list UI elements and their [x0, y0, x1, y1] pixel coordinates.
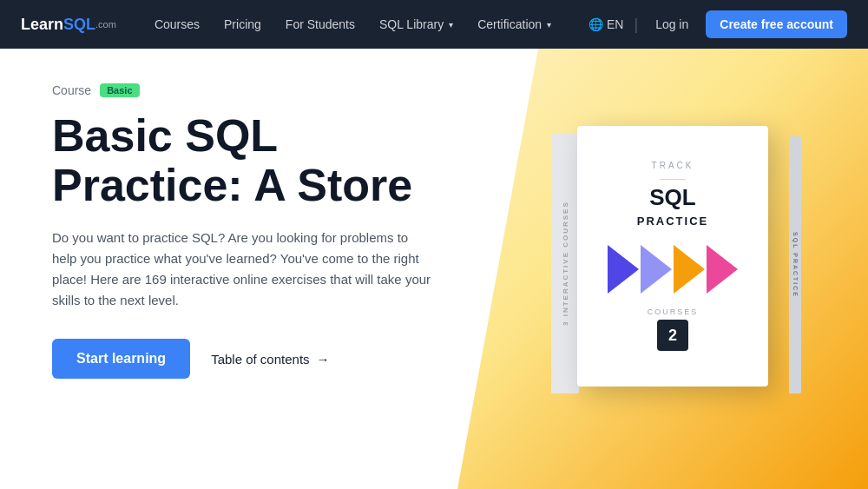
hero-book-visual: 3 INTERACTIVE COURSES TRACK SQL PRACTICE…: [477, 49, 868, 489]
arrow-icon: →: [317, 352, 330, 367]
difficulty-badge: Basic: [100, 83, 139, 97]
hero-description: Do you want to practice SQL? Are you loo…: [52, 228, 434, 311]
arrow-yellow: [674, 245, 705, 294]
chevron-down-icon: ▾: [449, 20, 453, 30]
nav-courses[interactable]: Courses: [144, 10, 210, 38]
book-track-label: TRACK: [652, 161, 694, 170]
nav-for-students[interactable]: For Students: [275, 10, 365, 38]
book-spine: 3 INTERACTIVE COURSES: [551, 133, 579, 393]
book-courses-label: COURSES: [648, 307, 699, 316]
navbar: LearnSQL .com Courses Pricing For Studen…: [0, 0, 868, 49]
hero-section: Course Basic Basic SQL Practice: A Store…: [0, 49, 868, 489]
book-cover: TRACK SQL PRACTICE COURSES 2: [577, 126, 768, 387]
nav-certification[interactable]: Certification ▾: [467, 10, 562, 38]
create-account-button[interactable]: Create free account: [706, 10, 847, 38]
hero-content: Course Basic Basic SQL Practice: A Store…: [0, 49, 538, 489]
arrow-blue-1: [608, 245, 639, 294]
nav-right: 🌐 EN | Log in Create free account: [589, 10, 847, 38]
globe-icon: 🌐: [589, 17, 603, 31]
course-label-row: Course Basic: [52, 83, 503, 97]
book-subtitle: PRACTICE: [637, 215, 708, 228]
nav-sql-library[interactable]: SQL Library ▾: [369, 10, 464, 38]
logo[interactable]: LearnSQL .com: [21, 16, 116, 34]
logo-com: .com: [95, 19, 116, 30]
nav-links: Courses Pricing For Students SQL Library…: [144, 10, 589, 38]
nav-divider: |: [634, 16, 638, 34]
arrow-blue-2: [641, 245, 672, 294]
nav-pricing[interactable]: Pricing: [214, 10, 272, 38]
arrow-pink: [707, 245, 738, 294]
book-3d: 3 INTERACTIVE COURSES TRACK SQL PRACTICE…: [551, 126, 794, 439]
language-selector[interactable]: 🌐 EN: [589, 17, 623, 31]
book-divider: [660, 179, 686, 180]
course-text: Course: [52, 83, 91, 97]
start-learning-button[interactable]: Start learning: [52, 339, 190, 379]
book-courses-number: 2: [657, 320, 688, 351]
logo-learn: Learn: [21, 16, 63, 34]
book-arrows-graphic: [608, 245, 738, 294]
book-title: SQL: [649, 185, 695, 210]
chevron-down-icon: ▾: [547, 20, 551, 30]
login-button[interactable]: Log in: [648, 12, 695, 36]
book-side: SQL PRACTICE: [789, 135, 801, 393]
hero-title: Basic SQL Practice: A Store: [52, 111, 503, 210]
table-of-contents-link[interactable]: Table of contents →: [211, 352, 329, 367]
logo-sql: SQL: [63, 16, 95, 34]
hero-actions: Start learning Table of contents →: [52, 339, 503, 379]
